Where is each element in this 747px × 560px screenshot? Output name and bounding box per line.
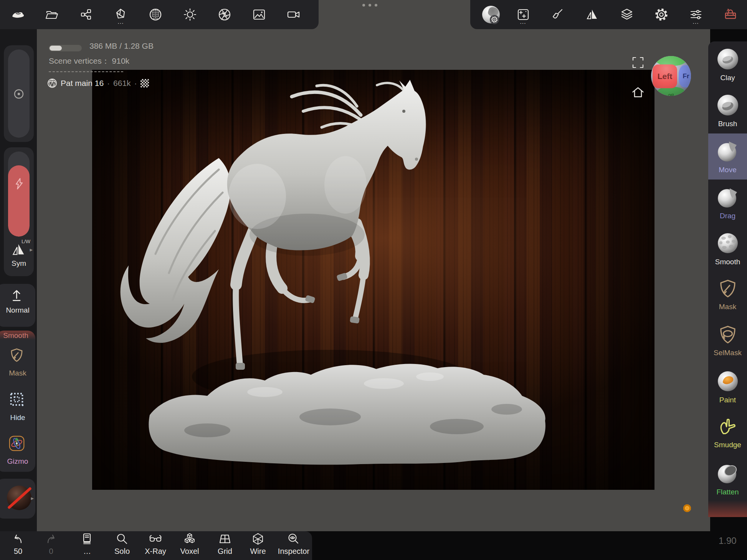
voxel-button[interactable]: Voxel — [174, 533, 206, 555]
dot-separator: · — [134, 79, 137, 88]
tool-label: Clay — [720, 74, 735, 82]
xray-label: X-Ray — [145, 547, 166, 555]
scene-vertices-text: Scene vertices： 910k — [49, 56, 129, 66]
grid-icon — [218, 533, 231, 546]
tool-label: Brush — [718, 120, 737, 128]
tool-paint[interactable]: Paint — [708, 364, 747, 410]
xray-button[interactable]: X-Ray — [139, 533, 172, 555]
interface-overflow[interactable]: … — [689, 20, 702, 24]
app-version: 1.90 — [719, 535, 737, 546]
scene-vertices-label: Scene vertices： — [49, 56, 110, 65]
tool-smooth[interactable]: Smooth — [708, 226, 747, 272]
settings-gear-icon — [655, 8, 668, 21]
wireframe-sphere-icon — [251, 533, 264, 546]
window-drag-handle[interactable] — [362, 4, 377, 7]
notebook-icon — [81, 533, 94, 546]
mask-shield-icon — [9, 348, 25, 364]
grid-button[interactable]: Grid — [209, 533, 241, 555]
postprocess-button[interactable] — [218, 8, 231, 21]
magnifier-icon — [116, 533, 129, 546]
tool-move[interactable]: Move — [708, 133, 747, 180]
environment-overflow[interactable]: … — [517, 20, 530, 24]
grid-label: Grid — [218, 547, 232, 555]
normal-arrow-icon — [9, 288, 24, 303]
normal-mode-label: Normal — [0, 306, 37, 315]
toolbox-icon — [724, 8, 737, 21]
clay-tool-icon — [716, 47, 740, 71]
gear-icon — [491, 16, 498, 23]
solo-label: Solo — [114, 547, 130, 555]
flatten-tool-icon — [716, 461, 740, 485]
radius-icon — [13, 88, 25, 100]
intensity-bolt-icon — [14, 177, 25, 190]
camera-button[interactable] — [287, 8, 300, 21]
radius-slider-panel — [4, 45, 34, 142]
tool-partial[interactable] — [708, 502, 747, 517]
redo-count: 0 — [49, 547, 53, 555]
tool-label: SelMask — [714, 349, 742, 357]
layers-button[interactable] — [620, 8, 633, 21]
settings-button[interactable] — [655, 8, 668, 21]
debug-toolbox-button[interactable] — [724, 8, 737, 21]
voxel-label: Voxel — [180, 547, 199, 555]
tool-clay[interactable]: Clay — [708, 41, 747, 87]
stroke-mode-panel[interactable]: Normal — [0, 284, 35, 327]
wire-button[interactable]: Wire — [242, 533, 274, 555]
material-button[interactable] — [482, 8, 495, 21]
tool-label: Mask — [719, 303, 736, 311]
tool-drag[interactable]: Drag — [708, 180, 747, 226]
symmetry-button[interactable] — [586, 8, 599, 21]
smooth-shortcut-clipped[interactable]: Smooth — [0, 331, 35, 340]
undo-button[interactable]: 50 — [2, 533, 34, 555]
sym-label: Sym — [4, 259, 34, 268]
paint-settings-button[interactable] — [551, 8, 564, 21]
active-layer-row[interactable]: Pat main 16 · 661k · — [47, 77, 149, 89]
orientation-ball[interactable]: Bo Fr Left — [651, 56, 691, 96]
material-settings-badge[interactable] — [490, 15, 499, 24]
share-nodes-icon — [80, 8, 93, 21]
tool-mask[interactable]: Mask — [708, 272, 747, 318]
history-button[interactable]: … — [71, 533, 103, 555]
tool-label: Drag — [720, 212, 735, 220]
files-button[interactable] — [45, 8, 58, 21]
image-icon — [253, 8, 266, 21]
horse-sculpture — [92, 70, 654, 490]
selmask-tool-icon — [717, 324, 739, 346]
tool-sidebar: Clay Brush Move Drag Smooth — [708, 41, 747, 517]
tool-flatten[interactable]: Flatten — [708, 456, 747, 502]
brush-tool-icon — [716, 93, 740, 117]
scene-vertices-value: 910k — [112, 56, 130, 65]
sculpt-canvas[interactable] — [92, 70, 654, 490]
aperture-icon — [218, 8, 231, 21]
stone-overflow[interactable]: … — [114, 20, 127, 24]
move-tool-icon — [716, 139, 740, 163]
material-expand-chevron[interactable]: ▸ — [31, 495, 34, 502]
pressure-indicator-dot — [683, 504, 691, 512]
memory-usage-text: 386 MB / 1.28 GB — [89, 41, 154, 51]
wire-label: Wire — [250, 547, 266, 555]
clipped-tool-icon — [716, 513, 740, 517]
app-logo-button[interactable] — [11, 8, 24, 21]
redo-button[interactable]: 0 — [35, 533, 67, 555]
intensity-slider[interactable] — [8, 152, 30, 237]
nav-ball-shading — [651, 56, 691, 96]
matcap-sphere-icon — [149, 8, 162, 21]
tool-label: Smooth — [715, 258, 740, 266]
hide-dissolve-icon — [9, 391, 25, 407]
tool-selmask[interactable]: SelMask — [708, 318, 747, 364]
matcap-button[interactable] — [149, 8, 162, 21]
home-view-button[interactable] — [631, 85, 645, 100]
background-button[interactable] — [253, 8, 266, 21]
layer-name: Pat main 16 — [61, 79, 104, 88]
export-button[interactable] — [80, 8, 93, 21]
symmetry-icon — [12, 242, 26, 257]
fullscreen-button[interactable] — [631, 56, 645, 69]
material-disabled-panel[interactable]: ▸ — [0, 479, 35, 519]
nomad-sculpt-app: { "app": { "version": "1.90" }, "status"… — [0, 0, 747, 560]
tool-smudge[interactable]: Smudge — [708, 410, 747, 456]
tool-brush[interactable]: Brush — [708, 87, 747, 133]
solo-button[interactable]: Solo — [106, 533, 138, 555]
lighting-button[interactable] — [183, 8, 197, 21]
sym-expand-chevron[interactable]: ▸ — [30, 246, 33, 253]
inspector-button[interactable]: Inspector — [278, 533, 310, 555]
